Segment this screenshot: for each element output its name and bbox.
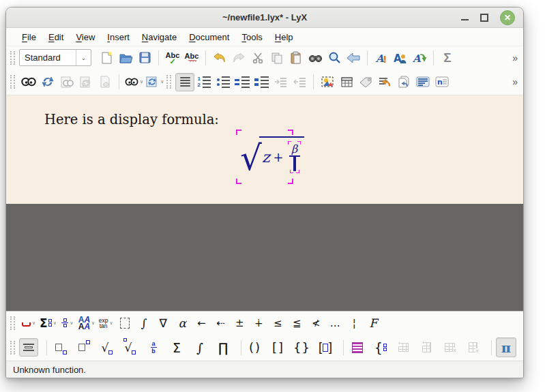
subscript-button[interactable] <box>51 338 70 357</box>
insert-cases-button[interactable]: { <box>371 338 390 357</box>
delete-row-button[interactable]: x <box>441 338 460 357</box>
empty-placeholder-box[interactable] <box>293 157 296 171</box>
description-list-button[interactable] <box>233 73 252 91</box>
emphasis-button[interactable]: A! <box>372 48 391 67</box>
menu-tools[interactable]: Tools <box>235 30 268 44</box>
math-fraction[interactable]: β <box>287 141 302 173</box>
insert-brackets-button[interactable]: [] <box>269 338 288 357</box>
cut-button[interactable] <box>248 48 267 67</box>
titlebar[interactable]: ~/newfile1.lyx* - LyX ✕ <box>6 7 523 28</box>
minimize-button[interactable] <box>461 19 469 20</box>
insert-plusminus-button[interactable]: ± <box>230 314 249 332</box>
decrease-depth-button[interactable] <box>290 73 309 91</box>
view-master-button[interactable] <box>57 73 76 91</box>
add-row-button[interactable]: + <box>394 338 413 357</box>
insert-notless-button[interactable]: ≮ <box>306 314 325 332</box>
redo-button[interactable] <box>229 48 248 67</box>
increase-depth-button[interactable] <box>271 73 290 91</box>
insert-prod-button[interactable]: ∏ <box>213 338 233 357</box>
update-other-formats-dropdown[interactable]: ∨ <box>145 73 165 91</box>
insert-ldots-button[interactable]: … <box>325 314 344 332</box>
copy-button[interactable] <box>267 48 286 67</box>
navigate-back-button[interactable] <box>344 48 363 67</box>
insert-braces-button[interactable]: {} <box>292 338 312 357</box>
insert-citation-button[interactable] <box>394 73 413 91</box>
insert-index-entry-button[interactable] <box>413 73 432 91</box>
display-formula-inset[interactable]: √ z + β <box>236 130 293 184</box>
menu-edit[interactable]: Edit <box>42 30 70 44</box>
big-operators-dropdown[interactable]: Σ ∨ <box>38 314 58 332</box>
math-panel-toggle[interactable]: π <box>496 337 516 357</box>
insert-root-button[interactable]: √ <box>121 338 140 357</box>
toolbar-grip[interactable] <box>10 316 15 330</box>
insert-alpha-button[interactable]: α <box>173 314 192 332</box>
menu-navigate[interactable]: Navigate <box>136 30 183 44</box>
find-replace-button[interactable] <box>325 48 344 67</box>
toolbar-overflow-button[interactable]: » <box>510 76 520 87</box>
toolbar-grip[interactable] <box>10 51 15 65</box>
add-column-button[interactable]: + <box>417 338 437 357</box>
menu-help[interactable]: Help <box>269 30 299 44</box>
view-other-button[interactable] <box>95 73 115 91</box>
apply-last-style-button[interactable]: A <box>410 48 429 67</box>
insert-int-button[interactable]: ∫ <box>190 338 209 357</box>
toolbar-grip[interactable] <box>166 75 171 89</box>
numbered-list-button[interactable]: 12 <box>194 73 213 91</box>
insert-nabla-button[interactable]: ∇ <box>153 314 173 332</box>
menu-insert[interactable]: Insert <box>101 30 136 44</box>
insert-vdots-button[interactable]: ¦ <box>344 314 364 332</box>
insert-mathcal-f-button[interactable]: F <box>364 314 383 332</box>
insert-cross-reference-button[interactable] <box>375 73 394 91</box>
insert-nomenclature-button[interactable]: n <box>432 73 452 91</box>
view-button[interactable] <box>19 73 38 91</box>
noun-style-button[interactable]: A <box>391 48 410 67</box>
insert-label-button[interactable] <box>356 73 375 91</box>
new-document-button[interactable] <box>97 48 116 67</box>
find-button[interactable] <box>306 48 325 67</box>
insert-sqrt-button[interactable]: √ <box>98 338 117 357</box>
document-canvas[interactable]: Here is a display formula: √ z + β <box>6 95 523 204</box>
continuous-spellcheck-button[interactable]: Abc ~~~ <box>182 48 201 67</box>
insert-integral-button[interactable]: ∫ <box>134 314 153 332</box>
insert-table-button[interactable] <box>337 73 356 91</box>
layout-standard-button[interactable] <box>175 73 194 91</box>
update-master-button[interactable] <box>76 73 95 91</box>
save-document-button[interactable] <box>135 48 154 67</box>
close-button[interactable]: ✕ <box>500 10 515 25</box>
toolbar-grip[interactable] <box>10 341 15 355</box>
insert-space-dropdown[interactable]: ∨ <box>19 314 38 332</box>
menu-file[interactable]: File <box>16 30 42 44</box>
insert-parens-button[interactable]: () <box>246 338 265 357</box>
spellcheck-button[interactable]: Abc ✓ <box>163 48 182 67</box>
display-style-toggle[interactable] <box>19 338 38 357</box>
paragraph-text[interactable]: Here is a display formula: <box>44 112 219 127</box>
insert-leqq-button[interactable]: ≦ <box>287 314 306 332</box>
insert-math-button[interactable]: Σ <box>438 48 457 67</box>
insert-dotplus-button[interactable]: ∔ <box>249 314 268 332</box>
delete-column-button[interactable]: x <box>464 338 483 357</box>
menu-view[interactable]: View <box>70 30 101 44</box>
math-functions-dropdown[interactable]: exptan ∨ <box>96 314 115 332</box>
undo-button[interactable] <box>210 48 229 67</box>
superscript-button[interactable] <box>74 338 93 357</box>
fraction-styles-dropdown[interactable]: ∨ <box>58 314 77 332</box>
menu-document[interactable]: Document <box>183 30 235 44</box>
insert-mbox-button[interactable] <box>115 314 134 332</box>
insert-delimiters-button[interactable]: [] <box>316 338 335 357</box>
insert-dashed-leftarrow-button[interactable]: ⇠ <box>211 314 230 332</box>
maximize-button[interactable] <box>480 14 488 22</box>
toolbar-overflow-button[interactable]: » <box>510 52 520 63</box>
paste-button[interactable] <box>286 48 306 67</box>
fraction-numerator[interactable]: β <box>289 142 299 155</box>
open-document-button[interactable] <box>116 48 135 67</box>
labeling-list-button[interactable] <box>252 73 271 91</box>
insert-matrix-button[interactable] <box>348 338 367 357</box>
update-button[interactable] <box>38 73 57 91</box>
math-fonts-dropdown[interactable]: AA AA ∨ <box>77 314 96 332</box>
fraction-denominator[interactable] <box>291 158 298 172</box>
view-other-formats-dropdown[interactable]: ∨ <box>123 73 145 91</box>
document-void-area[interactable] <box>6 204 523 311</box>
insert-sum-button[interactable]: Σ <box>167 338 186 357</box>
insert-graphics-button[interactable] <box>318 73 337 91</box>
insert-leftarrow-button[interactable]: ← <box>192 314 211 332</box>
